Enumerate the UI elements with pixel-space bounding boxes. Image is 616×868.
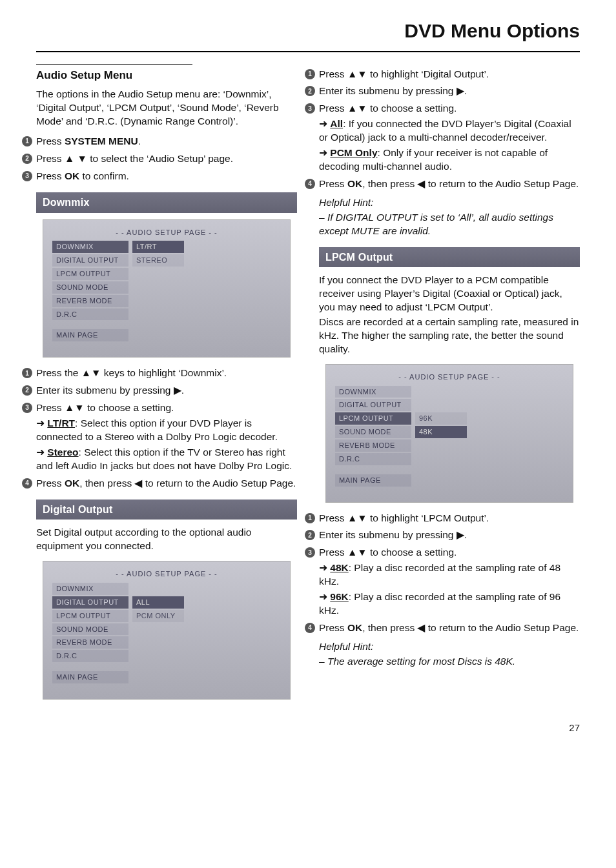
osd1-title: - - AUDIO SETUP PAGE - - <box>52 228 281 237</box>
bullet-3-icon: 3 <box>305 547 315 558</box>
step2-text: Press ▲ ▼ to select the ‘Audio Setup’ pa… <box>36 152 297 166</box>
bullet-2-icon: 2 <box>305 530 315 540</box>
arrow-icon: ➜ <box>319 147 327 158</box>
title-rule <box>36 51 580 52</box>
l-step-2: 2 Enter its submenu by pressing ▶. <box>305 529 580 542</box>
osd3-item-4: REVERB MODE <box>335 439 411 452</box>
bullet-1-icon: 1 <box>305 69 315 79</box>
osd3-item-2: LPCM OUTPUT <box>335 412 411 425</box>
g3-opt1-text: : If you connected the DVD Player’s Digi… <box>319 118 571 143</box>
bullet-3-icon: 3 <box>22 171 32 181</box>
hint2-body: – The average setting for most Discs is … <box>319 655 580 669</box>
g3-opt2-label: PCM Only <box>330 147 377 158</box>
osd3-opt-0: 96K <box>415 412 467 425</box>
l3-opt2-label: 96K <box>330 591 348 602</box>
osd1-item-0: DOWNMIX <box>52 241 128 253</box>
l-step-3: 3 Press ▲▼ to choose a setting. ➜ 48K: P… <box>305 546 580 618</box>
l-step-4: 4 Press OK, then press ◀ to return to th… <box>305 621 580 635</box>
osd1-item-1: DIGITAL OUTPUT <box>52 254 128 267</box>
subheader-digital-output: Digital Output <box>36 500 297 520</box>
osd2-item-4: REVERB MODE <box>52 636 128 649</box>
d3-opt2-label: Stereo <box>47 447 78 458</box>
l3-opt2-text: : Play a disc recorded at the sampling r… <box>319 591 560 616</box>
osd3-item-3: SOUND MODE <box>335 426 411 438</box>
d4-a: Press <box>36 478 65 489</box>
d4-c: , then press ◀ to return to the Audio Se… <box>79 478 296 489</box>
l2-text: Enter its submenu by pressing ▶. <box>319 529 580 542</box>
d-step-1: 1 Press the ▲▼ keys to highlight ‘Downmi… <box>22 367 297 380</box>
heading-audio-setup: Audio Setup Menu <box>36 68 297 83</box>
arrow-icon: ➜ <box>36 418 45 429</box>
osd3-item-0: DOWNMIX <box>335 386 411 398</box>
d2-text: Enter its submenu by pressing ▶. <box>36 384 297 398</box>
hint1-body: – If DIGITAL OUTPUT is set to ‘All’, all… <box>319 211 580 238</box>
g3-opt1-label: All <box>330 118 343 129</box>
g3-text: Press ▲▼ to choose a setting. <box>319 103 457 114</box>
osd3-title: - - AUDIO SETUP PAGE - - <box>335 372 564 382</box>
l1-text: Press ▲▼ to highlight ‘LPCM Output’. <box>319 512 580 525</box>
bullet-3-icon: 3 <box>305 103 315 114</box>
subheader-lpcm: LPCM Output <box>319 247 580 268</box>
osd2-item-5: D.R.C <box>52 650 128 662</box>
osd1-opt-0: LT/RT <box>132 241 184 253</box>
g-step-1: 1 Press ▲▼ to highlight ‘Digital Output’… <box>305 68 580 81</box>
bullet-4-icon: 4 <box>22 478 32 489</box>
arrow-icon: ➜ <box>319 562 327 573</box>
osd3-mainpage: MAIN PAGE <box>335 474 411 487</box>
l3-opt1-label: 48K <box>330 562 348 573</box>
g4-c: , then press ◀ to return to the Audio Se… <box>362 178 579 189</box>
osd2-item-0: DOWNMIX <box>52 583 128 595</box>
bullet-2-icon: 2 <box>22 385 32 396</box>
step3-a: Press <box>36 170 65 181</box>
section-rule <box>36 64 192 65</box>
hint2-head: Helpful Hint: <box>319 640 580 654</box>
osd3-item-5: D.R.C <box>335 453 411 465</box>
osd2-opt-0: ALL <box>132 596 184 609</box>
osd2-item-1: DIGITAL OUTPUT <box>52 596 128 609</box>
d3-opt1-label: LT/RT <box>47 418 75 429</box>
l4-b: OK <box>347 622 362 633</box>
osd1-item-3: SOUND MODE <box>52 281 128 294</box>
d1-text: Press the ▲▼ keys to highlight ‘Downmix’… <box>36 367 297 380</box>
l3-opt1-text: : Play a disc recorded at the sampling r… <box>319 562 560 587</box>
step-2: 2 Press ▲ ▼ to select the ‘Audio Setup’ … <box>22 152 297 166</box>
arrow-icon: ➜ <box>36 447 45 458</box>
step-3: 3 Press OK to confirm. <box>22 170 297 183</box>
osd-lpcm: - - AUDIO SETUP PAGE - - DOWNMIX DIGITAL… <box>325 364 573 503</box>
l4-c: , then press ◀ to return to the Audio Se… <box>362 622 579 633</box>
osd1-opt-1: STEREO <box>132 254 184 267</box>
left-column: Audio Setup Menu The options in the Audi… <box>36 64 297 709</box>
bullet-2-icon: 2 <box>22 154 32 164</box>
step1-b: SYSTEM MENU <box>65 136 138 146</box>
osd2-mainpage: MAIN PAGE <box>52 671 128 683</box>
d-step-4: 4 Press OK, then press ◀ to return to th… <box>22 477 297 490</box>
osd-downmix: - - AUDIO SETUP PAGE - - DOWNMIXLT/RT DI… <box>43 219 291 358</box>
osd2-item-3: SOUND MODE <box>52 623 128 636</box>
osd2-opt-1: PCM ONLY <box>132 610 184 622</box>
g-step-3: 3 Press ▲▼ to choose a setting. ➜ All: I… <box>305 102 580 174</box>
intro-text: The options in the Audio Setup menu are:… <box>36 88 297 128</box>
d-step-2: 2 Enter its submenu by pressing ▶. <box>22 384 297 398</box>
bullet-2-icon: 2 <box>305 86 315 96</box>
osd1-item-2: LPCM OUTPUT <box>52 268 128 280</box>
osd3-opt-1: 48K <box>415 426 467 438</box>
arrow-icon: ➜ <box>319 591 327 602</box>
page-number: 27 <box>36 722 580 734</box>
arrow-icon: ➜ <box>319 118 327 129</box>
hint1-head: Helpful Hint: <box>319 196 580 210</box>
step3-c: to confirm. <box>79 170 129 181</box>
step1-a: Press <box>36 136 65 146</box>
osd-digital: - - AUDIO SETUP PAGE - - DOWNMIX DIGITAL… <box>43 561 291 700</box>
bullet-4-icon: 4 <box>305 179 315 189</box>
bullet-4-icon: 4 <box>305 623 315 633</box>
osd1-item-5: D.R.C <box>52 308 128 321</box>
osd2-item-2: LPCM OUTPUT <box>52 610 128 622</box>
bullet-3-icon: 3 <box>22 403 32 413</box>
step1-c: . <box>138 136 141 146</box>
lpcm-p1: If you connect the DVD Player to a PCM c… <box>319 274 580 314</box>
osd2-title: - - AUDIO SETUP PAGE - - <box>52 569 281 579</box>
l3-text: Press ▲▼ to choose a setting. <box>319 547 457 558</box>
page-title: DVD Menu Options <box>404 18 580 45</box>
bullet-1-icon: 1 <box>22 136 32 146</box>
digital-intro: Set Digital output according to the opti… <box>36 526 297 553</box>
